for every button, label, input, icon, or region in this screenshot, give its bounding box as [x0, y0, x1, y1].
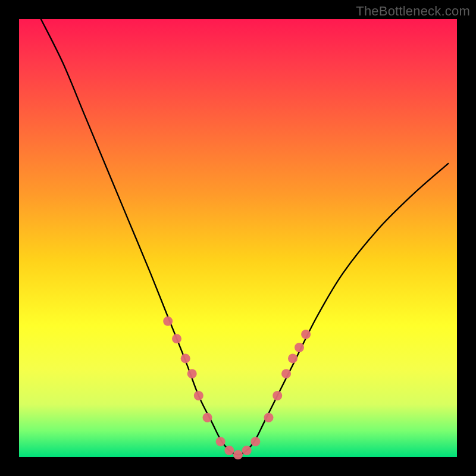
marker-dot [187, 369, 197, 378]
marker-dot [242, 446, 252, 455]
curve-markers [163, 317, 311, 460]
marker-dot [172, 334, 181, 343]
chart-frame: TheBottleneck.com [0, 0, 476, 476]
marker-dot [264, 413, 274, 422]
marker-dot [288, 353, 298, 363]
marker-dot [163, 317, 173, 326]
bottleneck-curve [41, 19, 449, 455]
marker-dot [216, 437, 226, 446]
marker-dot [233, 450, 243, 459]
marker-dot [281, 369, 291, 378]
marker-dot [224, 446, 234, 455]
marker-dot [203, 413, 212, 422]
marker-dot [301, 330, 311, 339]
curve-svg [19, 19, 457, 457]
watermark-text: TheBottleneck.com [356, 4, 470, 19]
marker-dot [250, 437, 260, 446]
marker-dot [194, 391, 203, 400]
marker-dot [295, 343, 304, 352]
plot-area [19, 19, 457, 457]
marker-dot [181, 353, 190, 363]
marker-dot [273, 391, 282, 400]
